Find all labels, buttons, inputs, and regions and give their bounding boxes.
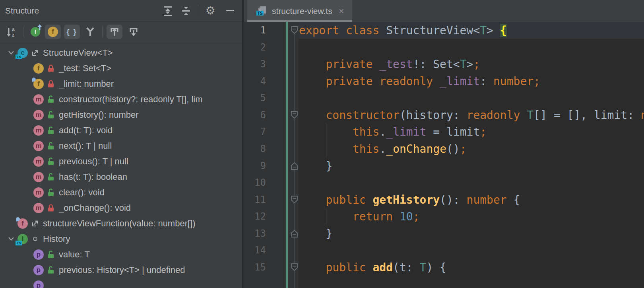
code-token: StructureView (386, 24, 473, 37)
line-number[interactable]: 10 (244, 174, 266, 191)
code-token: . (379, 142, 386, 156)
tree-row[interactable]: pprevious: History<T> | undefined (0, 262, 242, 278)
code-line[interactable]: this._limit = limit; (299, 123, 644, 140)
autoscroll-from-source-button[interactable] (126, 25, 142, 39)
settings-button[interactable]: ⚙ (202, 4, 218, 18)
group-by-button[interactable] (82, 25, 98, 39)
structure-panel-toolbar: a z I f { } (0, 21, 242, 42)
tree-row[interactable]: fstructureViewFunction(value: number[]) (0, 216, 242, 231)
tree-row[interactable]: mclear(): void (0, 185, 242, 200)
code-token: () (446, 142, 460, 156)
code-token: 10 (400, 210, 413, 223)
line-number[interactable]: 12 (244, 208, 266, 225)
line-number[interactable]: 15 (244, 259, 266, 276)
code-line[interactable]: private _test!: Set<T>; (299, 56, 644, 73)
autoscroll-to-source-button[interactable] (107, 25, 122, 39)
tree-row[interactable]: pvalue: T (0, 247, 242, 262)
sort-alphabetically-button[interactable]: a z (3, 25, 19, 39)
tree-row[interactable]: f_test: Set<T> (0, 60, 242, 76)
tree-indent-spacer (21, 172, 33, 182)
tree-item-label: StructureView<T> (43, 48, 113, 58)
fold-start-icon[interactable] (290, 111, 299, 119)
svg-text:z: z (12, 32, 14, 38)
tree-row[interactable]: cTSStructureView<T> (0, 45, 242, 60)
show-fields-button[interactable]: f (45, 25, 61, 39)
group-by-icon (84, 26, 96, 38)
tree-row[interactable]: f_limit: number (0, 76, 242, 91)
code-token: ( (400, 109, 406, 122)
line-number[interactable]: 6 (244, 107, 266, 124)
tree-row[interactable]: mhas(t: T): boolean (0, 169, 242, 185)
expand-all-button[interactable] (160, 4, 176, 18)
tree-row[interactable]: madd(t: T): void (0, 123, 242, 138)
code-line[interactable]: } (299, 225, 644, 242)
code-token: : (453, 109, 467, 122)
code-token: _limit (440, 75, 480, 88)
hide-panel-button[interactable] (222, 4, 238, 18)
code-token: { (507, 193, 520, 206)
public-lock-icon (46, 141, 56, 151)
code-token: this (353, 142, 379, 156)
line-number[interactable]: 4 (244, 73, 266, 90)
line-number[interactable]: 2 (244, 39, 266, 56)
show-anonymous-button[interactable]: { } (64, 25, 80, 39)
code-line[interactable]: public getHistory(): number { (299, 191, 644, 208)
fold-range-line (294, 31, 295, 288)
line-number[interactable]: 11 (244, 191, 266, 208)
tree-row[interactable]: mgetHistory(): number (0, 107, 242, 123)
code-token: add (373, 261, 393, 274)
export-arrow-icon (30, 218, 40, 229)
line-number[interactable]: 5 (244, 90, 266, 107)
tree-row[interactable]: mconstructor(history?: readonly T[], lim (0, 91, 242, 107)
code-line[interactable]: private readonly _limit: number; (299, 73, 644, 90)
code-line[interactable]: public add(t: T) { (299, 259, 644, 276)
code-line[interactable] (299, 174, 644, 191)
tree-row[interactable]: m_onChange(): void (0, 200, 242, 216)
collapse-all-button[interactable] (178, 4, 194, 18)
code-line[interactable] (299, 90, 644, 107)
svg-text:TS: TS (258, 11, 263, 15)
fold-start-icon[interactable] (290, 263, 299, 272)
line-number[interactable]: 3 (244, 56, 266, 73)
tree-row[interactable]: mnext(): T | null (0, 138, 242, 154)
tree-row[interactable]: mprevious(): T | null (0, 154, 242, 169)
show-inherited-button[interactable]: I (27, 25, 43, 39)
code-token: ; (460, 142, 467, 156)
tree-item-label: getHistory(): number (59, 110, 139, 120)
line-number[interactable]: 13 (244, 225, 266, 242)
line-number[interactable]: 7 (244, 123, 266, 140)
fold-start-icon[interactable] (290, 195, 299, 204)
tree-indent-spacer (21, 156, 33, 167)
line-number[interactable]: 1 (244, 22, 266, 39)
visibility-circle-icon (30, 234, 40, 244)
tree-row[interactable]: ITSHistory (0, 231, 242, 247)
tree-indent-spacer (21, 187, 33, 198)
code-line[interactable]: } (299, 158, 644, 175)
tab-structure-view-ts[interactable]: TS structure-view.ts × (247, 0, 352, 22)
tree-item-label: _test: Set<T> (59, 63, 111, 74)
code-token: } (326, 160, 333, 173)
method-icon: m (33, 203, 44, 213)
code-line[interactable]: constructor(history: readonly T[] = [], … (299, 107, 644, 124)
code-line[interactable] (299, 39, 644, 56)
line-number[interactable]: 14 (244, 242, 266, 259)
fold-end-icon[interactable] (290, 229, 299, 238)
private-lock-icon (46, 63, 56, 74)
line-number[interactable]: 8 (244, 140, 266, 158)
code-editor[interactable]: 123456789101112131415 export class Struc… (244, 22, 644, 288)
code-token: : (406, 261, 420, 274)
code-line[interactable] (299, 242, 644, 259)
code-line[interactable]: export class StructureView<T> { (299, 22, 644, 39)
fold-end-icon[interactable] (290, 162, 299, 170)
tab-close-icon[interactable]: × (339, 6, 344, 16)
code-line[interactable]: this._onChange(); (299, 140, 644, 158)
code-token: = (426, 125, 446, 138)
sort-alphabetically-icon: a z (5, 26, 17, 38)
code-token: > (487, 24, 500, 37)
fold-start-icon[interactable] (290, 26, 299, 35)
code-line[interactable]: return 10; (299, 208, 644, 225)
public-lock-icon (46, 187, 56, 198)
code-token: < (453, 58, 460, 71)
tree-row[interactable]: p (0, 278, 242, 288)
line-number[interactable]: 9 (244, 158, 266, 175)
